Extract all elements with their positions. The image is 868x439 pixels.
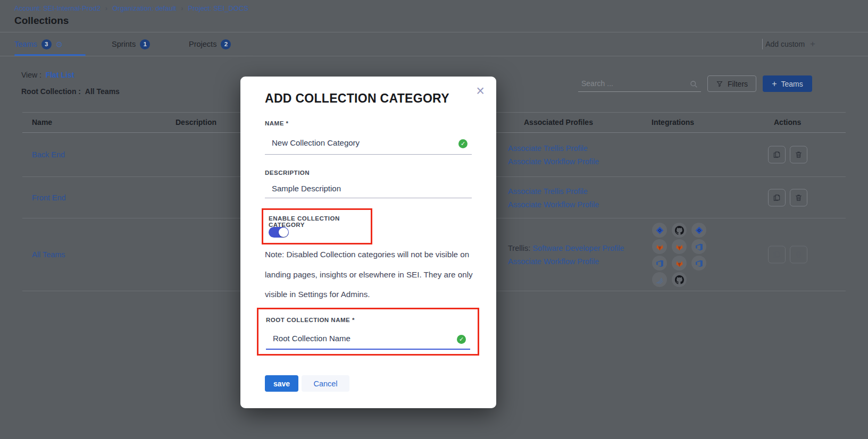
actions-cell	[768, 246, 807, 264]
copy-button[interactable]	[768, 146, 786, 164]
tab-sprints[interactable]: Sprints 1	[112, 32, 150, 56]
column-header-description: Description	[176, 118, 216, 126]
divider	[762, 39, 763, 49]
teams-button-label: Teams	[781, 80, 803, 88]
name-label: NAME *	[265, 120, 289, 126]
add-teams-button[interactable]: + Teams	[763, 75, 812, 92]
search-box	[578, 77, 701, 92]
column-header-name: Name	[32, 118, 52, 126]
collection-name-link[interactable]: Back End	[32, 150, 65, 159]
description-field-wrap	[265, 180, 472, 198]
column-header-associated-profiles: Associated Profiles	[524, 118, 593, 126]
delete-button[interactable]	[790, 146, 807, 164]
collections-page: Account: SEI-Internal-Prod2 › Organizati…	[0, 0, 868, 439]
toggle-knob	[279, 227, 288, 237]
gitlab-icon	[672, 239, 687, 254]
enable-collection-category-label: ENABLE COLLECTION CATEGORY	[269, 215, 371, 228]
copy-button[interactable]	[768, 246, 786, 264]
associate-workflow-profile-link[interactable]: Associate Workflow Profile	[508, 200, 599, 208]
actions-cell	[768, 146, 807, 164]
view-row: View : Flat List	[21, 71, 74, 79]
copy-icon	[773, 251, 781, 259]
column-header-actions: Actions	[774, 118, 801, 126]
view-label: View :	[21, 71, 41, 79]
tab-label: Projects	[189, 40, 216, 48]
software-developer-profile-link[interactable]: Software Developer Profile	[532, 244, 624, 252]
associate-workflow-profile-link[interactable]: Associate Workflow Profile	[508, 257, 624, 266]
associated-profiles-cell: Associate Trellis Profile Associate Work…	[508, 187, 599, 208]
copy-icon	[773, 193, 781, 201]
column-header-integrations: Integrations	[652, 118, 694, 126]
description-label: DESCRIPTION	[265, 170, 310, 176]
disabled-note: Note: Disabled Collection categories wil…	[265, 244, 478, 305]
breadcrumb-organization[interactable]: Organization: default	[112, 4, 176, 12]
page-title: Collections	[14, 15, 69, 27]
search-icon	[690, 80, 698, 88]
jira-icon	[691, 223, 706, 238]
delete-button[interactable]	[790, 246, 807, 264]
close-icon[interactable]: ×	[476, 84, 485, 98]
chevron-right-icon: ›	[105, 4, 107, 12]
enable-toggle[interactable]	[269, 227, 289, 238]
filters-label: Filters	[728, 80, 748, 88]
name-field-wrap: ✓	[265, 132, 472, 155]
breadcrumb-project[interactable]: Project: SEI_DOCS	[188, 4, 248, 12]
tab-teams[interactable]: Teams 3 ⚙	[14, 32, 63, 56]
view-flat-list-link[interactable]: Flat List	[46, 71, 74, 79]
tab-label: Teams	[14, 40, 37, 48]
copy-button[interactable]	[768, 189, 786, 206]
breadcrumb-account[interactable]: Account: SEI-Internal-Prod2	[14, 4, 101, 12]
breadcrumb: Account: SEI-Internal-Prod2 › Organizati…	[14, 4, 248, 12]
root-collection-input[interactable]	[266, 334, 448, 343]
gitlab-icon	[652, 239, 667, 254]
collection-name-link[interactable]: All Teams	[32, 250, 65, 259]
gitlab-icon	[672, 256, 687, 271]
cancel-button[interactable]: Cancel	[302, 375, 349, 392]
add-custom-button[interactable]: Add custom +	[765, 32, 815, 56]
root-collection-field-wrap: ✓	[266, 328, 470, 350]
root-collection-value: All Teams	[85, 87, 120, 96]
valid-check-icon: ✓	[457, 335, 466, 344]
search-input[interactable]	[578, 77, 685, 88]
github-icon	[672, 272, 687, 287]
add-custom-label: Add custom	[765, 40, 805, 48]
add-collection-category-modal: × ADD COLLECTION CATEGORY NAME * ✓ DESCR…	[240, 77, 496, 408]
enable-section-annotation-box: ENABLE COLLECTION CATEGORY	[262, 208, 372, 244]
collection-name-link[interactable]: Front End	[32, 193, 66, 202]
actions-cell	[768, 189, 807, 206]
count-badge: 1	[140, 39, 150, 49]
valid-check-icon: ✓	[458, 139, 468, 148]
description-input[interactable]	[265, 184, 447, 193]
name-input[interactable]	[265, 138, 447, 147]
active-tab-underline	[14, 54, 86, 56]
save-button[interactable]: save	[265, 375, 298, 392]
root-collection-row: Root Collection : All Teams	[21, 87, 120, 96]
azure-devops-icon	[691, 239, 706, 254]
plus-icon: +	[810, 39, 815, 49]
tab-label: Sprints	[112, 40, 136, 48]
associate-workflow-profile-link[interactable]: Associate Workflow Profile	[508, 157, 599, 166]
associate-trellis-profile-link[interactable]: Associate Trellis Profile	[508, 144, 599, 153]
plus-icon: +	[772, 80, 777, 88]
delete-button[interactable]	[790, 189, 807, 206]
chevron-right-icon: ›	[181, 4, 183, 12]
trash-icon	[795, 151, 803, 159]
associated-profiles-cell: Trellis: Software Developer Profile Asso…	[508, 244, 624, 266]
root-collection-annotation-box: ROOT COLLECTION NAME * ✓	[257, 308, 479, 356]
filters-button[interactable]: Filters	[707, 75, 756, 92]
root-collection-name-label: ROOT COLLECTION NAME *	[266, 317, 355, 323]
count-badge: 3	[41, 39, 52, 49]
associated-profiles-cell: Associate Trellis Profile Associate Work…	[508, 144, 599, 166]
arcs-icon	[652, 272, 667, 287]
funnel-icon	[716, 80, 723, 88]
trellis-prefix: Trellis:	[508, 244, 532, 252]
root-collection-label: Root Collection :	[21, 87, 81, 96]
associate-trellis-profile-link[interactable]: Associate Trellis Profile	[508, 187, 599, 195]
tab-bar: Teams 3 ⚙ Sprints 1 Projects 2 Add custo…	[0, 32, 868, 56]
tab-projects[interactable]: Projects 2	[189, 32, 231, 56]
gear-icon[interactable]: ⚙	[56, 40, 63, 48]
jira-icon	[652, 223, 667, 238]
azure-devops-icon	[691, 256, 706, 271]
copy-icon	[773, 151, 781, 159]
trash-icon	[795, 193, 803, 201]
